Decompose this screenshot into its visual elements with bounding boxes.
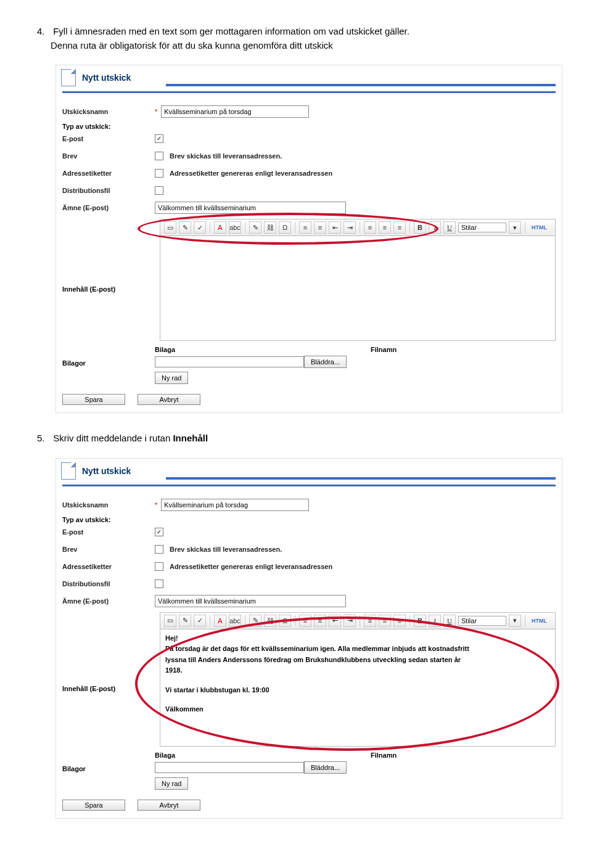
- label-amne: Ämne (E-post): [62, 597, 155, 605]
- tb-center-icon[interactable]: ≡: [379, 221, 391, 234]
- tb-edit-icon[interactable]: ✎: [249, 221, 261, 234]
- desc-brev: Brev skickas till leveransadressen.: [170, 152, 282, 160]
- attachments-area: Bilagor Bilaga Filnamn Bläddra... Ny rad: [62, 751, 556, 790]
- tb-html-btn[interactable]: HTML: [532, 618, 547, 624]
- label-adr: Adressetiketter: [62, 170, 155, 177]
- tb-highlight-icon[interactable]: abc: [229, 221, 241, 234]
- save-button[interactable]: Spara: [62, 800, 125, 811]
- file-path-input[interactable]: [155, 762, 304, 773]
- tb-center-icon[interactable]: ≡: [379, 615, 391, 627]
- tb-right-icon[interactable]: ≡: [393, 615, 406, 627]
- tb-bold-icon[interactable]: B: [414, 615, 426, 627]
- checkbox-adr[interactable]: [155, 562, 163, 571]
- tb-bold-icon[interactable]: B: [414, 221, 426, 234]
- col-bilaga: Bilaga: [155, 751, 371, 759]
- tb-spell-icon[interactable]: ✓: [194, 615, 206, 627]
- tb-left-icon[interactable]: ≡: [364, 221, 376, 234]
- required-mark: *: [155, 108, 157, 115]
- content-line: Hej!: [165, 633, 550, 644]
- document-icon: [61, 462, 76, 480]
- checkbox-epost[interactable]: ✓: [155, 134, 163, 143]
- content-line: På torsdag är det dags för ett kvällssem…: [165, 644, 550, 655]
- tb-sep: [409, 222, 410, 233]
- file-path-input[interactable]: [155, 356, 304, 367]
- content-line: Vi startar i klubbstugan kl. 19:00: [165, 685, 550, 696]
- tb-outdent-icon[interactable]: ⇤: [329, 615, 341, 627]
- tb-styles-select[interactable]: Stilar: [458, 616, 506, 626]
- tb-edit-icon[interactable]: ✎: [249, 615, 261, 627]
- input-amne[interactable]: [155, 595, 346, 607]
- save-button[interactable]: Spara: [62, 394, 125, 405]
- label-utskicksnamn: Utskicksnamn: [62, 501, 155, 509]
- tb-dropdown-icon[interactable]: ▾: [509, 615, 521, 627]
- row-dist: Distributionsfil: [62, 183, 562, 198]
- tb-fontcolor-icon[interactable]: A: [214, 221, 226, 234]
- content-line: Välkommen: [165, 704, 550, 715]
- tb-underline-icon[interactable]: U: [443, 615, 456, 627]
- browse-button[interactable]: Bläddra...: [304, 356, 347, 368]
- button-row: Spara Avbryt: [62, 394, 556, 405]
- tb-ol-icon[interactable]: ≡: [299, 615, 311, 627]
- content-line: lyssna till Anders Anderssons föredrag o…: [165, 655, 550, 666]
- cancel-button[interactable]: Avbryt: [138, 800, 200, 811]
- checkbox-epost[interactable]: ✓: [155, 528, 163, 536]
- title-row: Nytt utskick: [61, 462, 166, 480]
- tb-highlight-icon[interactable]: abc: [229, 615, 241, 627]
- label-innehall: Innehåll (E-post): [62, 629, 160, 747]
- tb-ul-icon[interactable]: ≡: [314, 615, 326, 627]
- title-row: Nytt utskick: [61, 69, 166, 86]
- label-epost: E-post: [62, 135, 155, 142]
- editor-body-content[interactable]: Hej! På torsdag är det dags för ett kväl…: [160, 629, 556, 747]
- title-bar: [166, 84, 556, 86]
- tb-image-icon[interactable]: ▭: [164, 221, 176, 234]
- browse-button[interactable]: Bläddra...: [304, 761, 347, 774]
- tb-link-icon[interactable]: ⛓: [264, 221, 276, 234]
- tb-omega-icon[interactable]: Ω: [279, 615, 291, 627]
- row-epost: E-post ✓: [62, 131, 562, 146]
- tb-clear-icon[interactable]: ✎: [179, 615, 191, 627]
- content-line: 1918.: [165, 665, 550, 676]
- desc-adr: Adressetiketter genereras enligt leveran…: [170, 170, 332, 177]
- tb-italic-icon[interactable]: I: [429, 221, 441, 234]
- checkbox-brev[interactable]: [155, 545, 163, 554]
- cancel-button[interactable]: Avbryt: [138, 394, 200, 405]
- new-row-button[interactable]: Ny rad: [155, 372, 188, 384]
- tb-omega-icon[interactable]: Ω: [279, 221, 291, 234]
- step-5-num: 5.: [37, 432, 51, 446]
- tb-fontcolor-icon[interactable]: A: [214, 615, 226, 627]
- label-utskicksnamn: Utskicksnamn: [62, 108, 155, 115]
- row-amne: Ämne (E-post): [62, 594, 562, 608]
- tb-sep: [245, 222, 245, 233]
- tb-styles-select[interactable]: Stilar: [458, 223, 506, 232]
- button-row: Spara Avbryt: [62, 800, 556, 811]
- input-utskicksnamn[interactable]: [161, 105, 309, 118]
- row-amne: Ämne (E-post): [62, 200, 562, 215]
- row-utskicksnamn: Utskicksnamn *: [62, 497, 562, 512]
- tb-dropdown-icon[interactable]: ▾: [509, 221, 521, 234]
- checkbox-dist[interactable]: [155, 579, 163, 588]
- tb-spell-icon[interactable]: ✓: [194, 221, 206, 234]
- tb-image-icon[interactable]: ▭: [164, 615, 176, 627]
- tb-html-btn[interactable]: HTML: [532, 224, 547, 231]
- tb-link-icon[interactable]: ⛓: [264, 615, 276, 627]
- checkbox-adr[interactable]: [155, 169, 163, 178]
- checkbox-dist[interactable]: [155, 186, 163, 195]
- tb-indent-icon[interactable]: ⇥: [343, 221, 356, 234]
- checkbox-brev[interactable]: [155, 152, 163, 160]
- tb-ol-icon[interactable]: ≡: [299, 221, 311, 234]
- tb-outdent-icon[interactable]: ⇤: [329, 221, 341, 234]
- step-4-num: 4.: [37, 25, 51, 39]
- tb-right-icon[interactable]: ≡: [393, 221, 406, 234]
- label-brev: Brev: [62, 546, 155, 553]
- new-row-button[interactable]: Ny rad: [155, 777, 188, 790]
- tb-underline-icon[interactable]: U: [443, 221, 456, 234]
- input-utskicksnamn[interactable]: [161, 499, 309, 511]
- tb-indent-icon[interactable]: ⇥: [343, 615, 356, 627]
- tb-ul-icon[interactable]: ≡: [314, 221, 326, 234]
- tb-italic-icon[interactable]: I: [429, 615, 441, 627]
- editor-body-empty[interactable]: [160, 236, 556, 341]
- document-icon: [61, 69, 76, 86]
- tb-clear-icon[interactable]: ✎: [179, 221, 191, 234]
- tb-left-icon[interactable]: ≡: [364, 615, 376, 627]
- input-amne[interactable]: [155, 202, 346, 214]
